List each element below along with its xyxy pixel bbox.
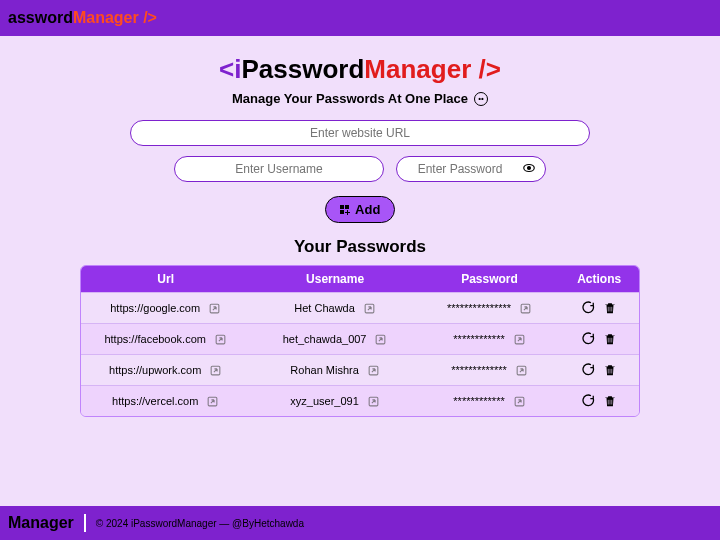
password-cell: ************ <box>453 333 504 345</box>
divider <box>84 514 86 532</box>
password-cell: ************ <box>453 395 504 407</box>
password-cell: *************** <box>447 302 511 314</box>
section-title: Your Passwords <box>294 237 426 257</box>
tagline: Manage Your Passwords At One Place •• <box>232 91 488 106</box>
copy-password-icon[interactable] <box>513 395 526 408</box>
table-row: https://facebook.comhet_chawda_007******… <box>81 323 639 354</box>
eye-icon[interactable] <box>522 161 536 175</box>
username-cell: Het Chawda <box>294 302 355 314</box>
delete-icon[interactable] <box>603 363 617 377</box>
url-cell: https://vercel.com <box>112 395 198 407</box>
smiley-icon: •• <box>474 92 488 106</box>
edit-icon[interactable] <box>581 394 595 408</box>
website-url-input[interactable] <box>130 120 590 146</box>
footer: Manager © 2024 iPasswordManager — @ByHet… <box>0 506 720 540</box>
navbar-logo: asswordManager /> <box>8 9 157 27</box>
url-cell: https://facebook.com <box>104 333 206 345</box>
delete-icon[interactable] <box>603 332 617 346</box>
app-logo: <iPasswordManager /> <box>219 54 501 85</box>
copy-username-icon[interactable] <box>374 333 387 346</box>
table-row: https://vercel.comxyz_user_091**********… <box>81 385 639 416</box>
delete-icon[interactable] <box>603 301 617 315</box>
url-cell: https://upwork.com <box>109 364 201 376</box>
main-content: <iPasswordManager /> Manage Your Passwor… <box>0 36 720 506</box>
edit-icon[interactable] <box>581 301 595 315</box>
table-row: https://google.comHet Chawda************… <box>81 292 639 323</box>
copy-url-icon[interactable] <box>214 333 227 346</box>
password-cell: ************* <box>451 364 507 376</box>
copyright: © 2024 iPasswordManager — @ByHetchawda <box>96 518 304 529</box>
copy-url-icon[interactable] <box>209 364 222 377</box>
copy-username-icon[interactable] <box>363 302 376 315</box>
username-cell: het_chawda_007 <box>283 333 367 345</box>
url-cell: https://google.com <box>110 302 200 314</box>
copy-username-icon[interactable] <box>367 395 380 408</box>
add-button[interactable]: Add <box>325 196 396 223</box>
copy-username-icon[interactable] <box>367 364 380 377</box>
copy-password-icon[interactable] <box>515 364 528 377</box>
footer-logo: Manager <box>8 514 74 532</box>
delete-icon[interactable] <box>603 394 617 408</box>
username-input[interactable] <box>174 156 384 182</box>
top-navbar: asswordManager /> <box>0 0 720 36</box>
copy-url-icon[interactable] <box>208 302 221 315</box>
copy-password-icon[interactable] <box>513 333 526 346</box>
passwords-table: Url Username Password Actions https://go… <box>80 265 640 417</box>
edit-icon[interactable] <box>581 332 595 346</box>
table-row: https://upwork.comRohan Mishra**********… <box>81 354 639 385</box>
username-cell: xyz_user_091 <box>290 395 359 407</box>
username-cell: Rohan Mishra <box>290 364 358 376</box>
copy-url-icon[interactable] <box>206 395 219 408</box>
table-header: Url Username Password Actions <box>81 266 639 292</box>
svg-point-1 <box>528 167 531 170</box>
copy-password-icon[interactable] <box>519 302 532 315</box>
grid-plus-icon <box>340 205 350 215</box>
edit-icon[interactable] <box>581 363 595 377</box>
